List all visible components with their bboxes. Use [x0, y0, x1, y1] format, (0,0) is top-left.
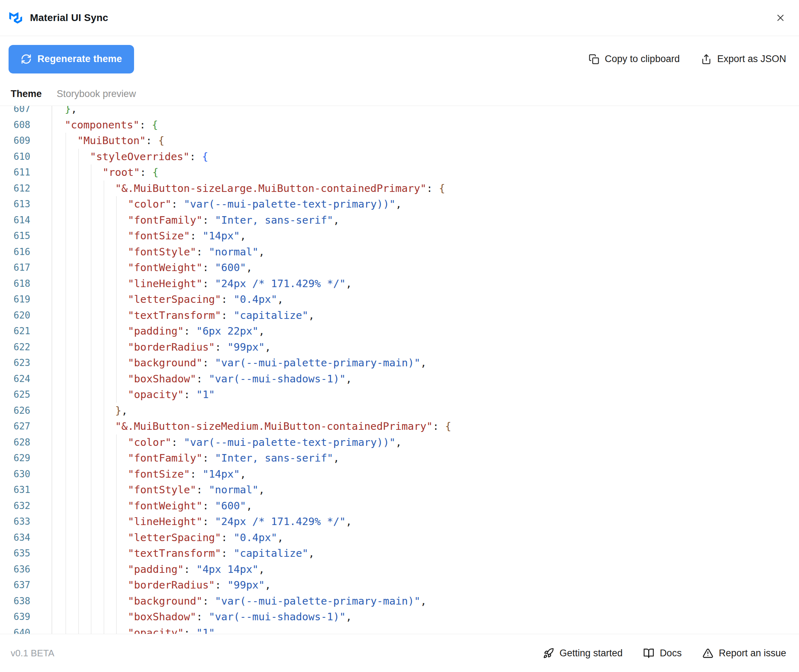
indent-guide [78, 244, 79, 260]
indent-guide [66, 514, 66, 530]
indent-guide [91, 418, 91, 434]
indent-guide [91, 307, 91, 323]
indent-guide [116, 498, 117, 514]
line-number: 619 [0, 291, 52, 307]
indent-guide [91, 434, 91, 451]
code-lines: 607},608"components": {609"MuiButton": {… [0, 106, 799, 634]
code-line: 636"padding": "4px 14px", [0, 562, 799, 578]
indent-guide [78, 165, 79, 181]
indent-guide [91, 181, 91, 197]
refresh-icon [21, 53, 32, 64]
code-line-content: "styleOverrides": { [52, 149, 799, 165]
code-line-content: "boxShadow": "var(--mui-shadows-1)", [52, 371, 799, 387]
indent-guide [116, 355, 117, 371]
code-line-content: }, [52, 106, 799, 117]
code-line: 627"&.MuiButton-sizeMedium.MuiButton-con… [0, 418, 799, 434]
indent-guide [104, 625, 104, 634]
line-number: 627 [0, 418, 52, 434]
getting-started-label: Getting started [559, 648, 623, 659]
line-number: 618 [0, 276, 52, 292]
indent-guide [66, 355, 66, 371]
tab-theme[interactable]: Theme [11, 88, 42, 99]
code-line: 629"fontFamily": "Inter, sans-serif", [0, 450, 799, 466]
indent-guide [104, 434, 104, 451]
code-line: 635"textTransform": "capitalize", [0, 546, 799, 562]
regenerate-theme-label: Regenerate theme [37, 53, 122, 64]
indent-guide [66, 165, 66, 181]
indent-guide [91, 562, 91, 578]
indent-guide [116, 196, 117, 212]
indent-guide [104, 403, 104, 419]
indent-guide [91, 228, 91, 244]
line-number: 608 [0, 117, 52, 133]
copy-to-clipboard-button[interactable]: Copy to clipboard [589, 53, 679, 64]
indent-guide [91, 450, 91, 466]
indent-guide [91, 498, 91, 514]
code-line: 625"opacity": "1" [0, 387, 799, 403]
indent-guide [78, 609, 79, 625]
line-number: 622 [0, 339, 52, 355]
indent-guide [116, 260, 117, 276]
tab-storybook-preview[interactable]: Storybook preview [57, 88, 136, 99]
indent-guide [116, 339, 117, 355]
indent-guide [91, 593, 91, 609]
getting-started-link[interactable]: Getting started [543, 648, 623, 659]
indent-guide [78, 196, 79, 212]
indent-guide [91, 387, 91, 403]
code-line-content: "textTransform": "capitalize", [52, 546, 799, 562]
docs-link[interactable]: Docs [643, 648, 682, 659]
indent-guide [78, 212, 79, 228]
code-editor[interactable]: 607},608"components": {609"MuiButton": {… [0, 106, 799, 634]
indent-guide [116, 291, 117, 307]
app-title: Material UI Sync [30, 12, 109, 24]
app-window: Material UI Sync Regenerate theme [0, 0, 799, 672]
indent-guide [78, 530, 79, 546]
code-line: 617"fontWeight": "600", [0, 260, 799, 276]
indent-guide [66, 307, 66, 323]
line-number: 613 [0, 196, 52, 212]
indent-guide [116, 577, 117, 593]
indent-guide [78, 577, 79, 593]
line-number: 623 [0, 355, 52, 371]
indent-guide [116, 482, 117, 498]
line-number: 638 [0, 593, 52, 609]
indent-guide [104, 514, 104, 530]
regenerate-theme-button[interactable]: Regenerate theme [8, 45, 134, 74]
indent-guide [116, 530, 117, 546]
code-line-content: "fontWeight": "600", [52, 260, 799, 276]
indent-guide [104, 418, 104, 434]
code-line: 608"components": { [0, 117, 799, 133]
export-as-json-button[interactable]: Export as JSON [701, 53, 786, 64]
indent-guide [116, 625, 117, 634]
indent-guide [104, 593, 104, 609]
indent-guide [104, 482, 104, 498]
code-line-content: "&.MuiButton-sizeMedium.MuiButton-contai… [52, 418, 799, 434]
report-an-issue-link[interactable]: Report an issue [702, 648, 786, 659]
code-line-content: "color": "var(--mui-palette-text-primary… [52, 434, 799, 451]
warning-icon [702, 648, 713, 659]
indent-guide [78, 181, 79, 197]
indent-guide [91, 244, 91, 260]
indent-guide [91, 276, 91, 292]
export-as-json-label: Export as JSON [717, 53, 786, 64]
code-line: 619"letterSpacing": "0.4px", [0, 291, 799, 307]
indent-guide [91, 291, 91, 307]
indent-guide [78, 434, 79, 451]
docs-label: Docs [660, 648, 682, 659]
indent-guide [66, 498, 66, 514]
indent-guide [91, 260, 91, 276]
indent-guide [91, 482, 91, 498]
indent-guide [91, 403, 91, 419]
indent-guide [104, 181, 104, 197]
indent-guide [66, 546, 66, 562]
line-number: 635 [0, 546, 52, 562]
code-line-content: "padding": "4px 14px", [52, 562, 799, 578]
code-line-content: "components": { [52, 117, 799, 133]
indent-guide [78, 371, 79, 387]
indent-guide [78, 355, 79, 371]
code-line: 607}, [0, 106, 799, 117]
indent-guide [78, 562, 79, 578]
close-button[interactable] [773, 10, 788, 26]
book-icon [643, 648, 654, 659]
indent-guide [78, 514, 79, 530]
